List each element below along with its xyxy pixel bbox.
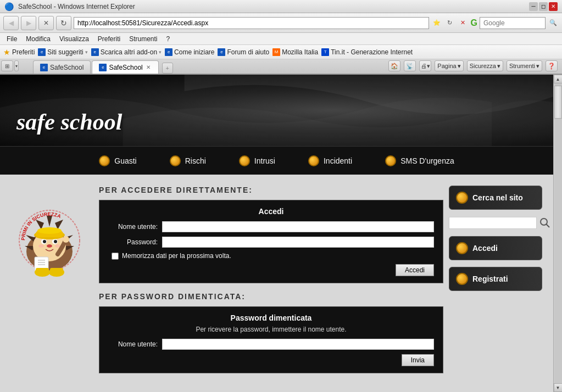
mascot-image: PRIMI IN SICUREZZA	[14, 191, 85, 284]
quick-tabs-dropdown[interactable]: ▾	[14, 60, 19, 71]
tab-safeschool-2[interactable]: e SafeSchool ✕	[92, 60, 158, 74]
mozilla-icon: M	[272, 48, 280, 56]
nav-sms-bullet	[385, 155, 396, 166]
menu-visualizza[interactable]: Visualizza	[55, 34, 93, 44]
search-bar[interactable]	[480, 17, 546, 29]
forum-aiuto-link[interactable]: e Forum di aiuto	[218, 48, 269, 56]
forum-label: Forum di aiuto	[227, 48, 269, 56]
home-button[interactable]: 🏠	[388, 60, 400, 71]
scrollbar: ▲ ▼	[553, 75, 562, 392]
page-content: safe school Guasti Rischi Intrusi Incide…	[0, 75, 562, 392]
login-box: Accedi Nome utente: Password: Memoriz	[99, 200, 443, 283]
pagina-label: Pagina	[437, 63, 456, 69]
nav-intrusi[interactable]: Intrusi	[222, 155, 292, 166]
nav-sms-label: SMS D'urgenza	[400, 156, 454, 165]
restore-button[interactable]: ◻	[539, 2, 548, 11]
favorites-button[interactable]: ★ Preferiti	[3, 48, 35, 57]
forgot-box-title: Password dimenticata	[108, 313, 434, 322]
strumenti-button[interactable]: Strumenti▾	[507, 60, 542, 71]
nav-incidenti-bullet	[308, 155, 319, 166]
sicurezza-button[interactable]: Sicurezza▾	[467, 60, 503, 71]
siti-suggeriti-link[interactable]: e Siti suggeriti ▾	[38, 48, 87, 56]
nav-right: ⭐ ↻ ✕ G 🔍	[431, 17, 559, 29]
refresh-icon[interactable]: ↻	[444, 18, 455, 29]
close-button[interactable]: ✕	[549, 2, 558, 11]
strumenti-label: Strumenti	[509, 63, 535, 69]
minimize-button[interactable]: ─	[529, 2, 538, 11]
menu-strumenti[interactable]: Strumenti	[125, 34, 162, 44]
menu-help[interactable]: ?	[162, 34, 175, 44]
siti-icon: e	[38, 48, 46, 56]
site-body: PRIMI IN SICUREZZA PER ACCEDERE DIRETTAM…	[0, 175, 553, 392]
tab2-icon: e	[99, 64, 107, 71]
mozilla-italia-link[interactable]: M Mozilla Italia	[272, 48, 318, 56]
window-controls: ─ ◻ ✕	[529, 2, 558, 11]
siti-label: Siti suggeriti	[47, 48, 83, 56]
new-tab-button[interactable]: +	[162, 63, 173, 74]
scroll-up-button[interactable]: ▲	[554, 75, 563, 83]
tab2-close-button[interactable]: ✕	[145, 64, 152, 71]
pagina-button[interactable]: Pagina▾	[435, 60, 463, 71]
menu-modifica[interactable]: Modifica	[21, 34, 55, 44]
stop-icon[interactable]: ✕	[458, 18, 469, 29]
svg-point-24	[63, 236, 69, 243]
ie-help-button[interactable]: ❓	[546, 60, 558, 71]
address-bar[interactable]	[74, 17, 429, 29]
scarica-dropdown-icon[interactable]: ▾	[159, 49, 162, 55]
tab-safeschool-1[interactable]: e SafeSchool	[33, 60, 91, 74]
search-go-icon[interactable]: 🔍	[548, 18, 559, 29]
forward-button[interactable]: ▶	[21, 16, 36, 30]
svg-line-31	[547, 225, 550, 228]
quick-tabs-button[interactable]: ⊞	[1, 60, 13, 71]
nav-intrusi-bullet	[239, 155, 250, 166]
remember-row: Memorizza dati per la prossima volta.	[108, 252, 434, 260]
favorites-star-icon: ★	[3, 48, 10, 57]
tab2-label: SafeSchool	[109, 64, 142, 71]
forgot-username-label: Nome utente:	[108, 340, 158, 348]
center-content: PER ACCEDERE DIRETTAMENTE: Accedi Nome u…	[93, 186, 449, 381]
search-input[interactable]	[449, 217, 537, 229]
login-submit-button[interactable]: Accedi	[396, 264, 434, 276]
come-label: Come iniziare	[174, 48, 214, 56]
nav-guasti[interactable]: Guasti	[82, 155, 153, 166]
come-iniziare-link[interactable]: e Come iniziare	[165, 48, 214, 56]
username-input[interactable]	[162, 221, 434, 232]
svg-rect-28	[50, 268, 63, 273]
search-icon-button[interactable]	[539, 216, 551, 229]
tabs-right-controls: 🏠 📡 🖨▾ Pagina▾ Sicurezza▾ Strumenti▾ ❓	[388, 60, 558, 71]
cerca-button[interactable]: Cerca nel sito	[449, 186, 542, 210]
nav-sms[interactable]: SMS D'urgenza	[369, 155, 471, 166]
print-dropdown-button[interactable]: 🖨▾	[419, 60, 431, 71]
nav-incidenti[interactable]: Incidenti	[292, 155, 369, 166]
back-button[interactable]: ◀	[3, 16, 19, 30]
siti-dropdown-icon[interactable]: ▾	[85, 49, 88, 55]
password-label: Password:	[108, 238, 158, 246]
scarica-addons-link[interactable]: e Scarica altri add-on ▾	[91, 48, 162, 56]
feeds-button[interactable]: 📡	[404, 60, 416, 71]
stop-button[interactable]: ✕	[38, 16, 54, 30]
favorites-star-icon[interactable]: ⭐	[431, 18, 442, 29]
password-input[interactable]	[162, 237, 434, 248]
menu-preferiti[interactable]: Preferiti	[93, 34, 125, 44]
accedi-bullet	[456, 242, 468, 254]
search-wrap	[449, 216, 542, 229]
site-header: safe school	[0, 75, 553, 146]
login-submit-row: Accedi	[108, 264, 434, 276]
favorites-label: Preferiti	[12, 48, 35, 56]
registrati-button[interactable]: Registrati	[449, 267, 542, 291]
scroll-track[interactable]	[554, 83, 562, 383]
remember-checkbox[interactable]	[112, 253, 119, 260]
login-section-title: PER ACCEDERE DIRETTAMENTE:	[99, 186, 443, 194]
scroll-thumb[interactable]	[554, 86, 562, 119]
browser-title-text: SafeSchool - Windows Internet Explorer	[18, 3, 135, 10]
refresh-button[interactable]: ↻	[56, 16, 71, 30]
tin-link[interactable]: T Tin.it - Generazione Internet	[321, 48, 413, 56]
menu-file[interactable]: File	[2, 34, 21, 44]
nav-rischi[interactable]: Rischi	[153, 155, 222, 166]
invia-submit-button[interactable]: Invia	[402, 354, 434, 366]
scroll-down-button[interactable]: ▼	[554, 383, 563, 392]
mascot-svg: PRIMI IN SICUREZZA	[14, 191, 85, 284]
accedi-button[interactable]: Accedi	[449, 236, 542, 260]
forgot-username-input[interactable]	[162, 339, 434, 350]
site-nav: Guasti Rischi Intrusi Incidenti SMS D'ur…	[0, 146, 553, 175]
